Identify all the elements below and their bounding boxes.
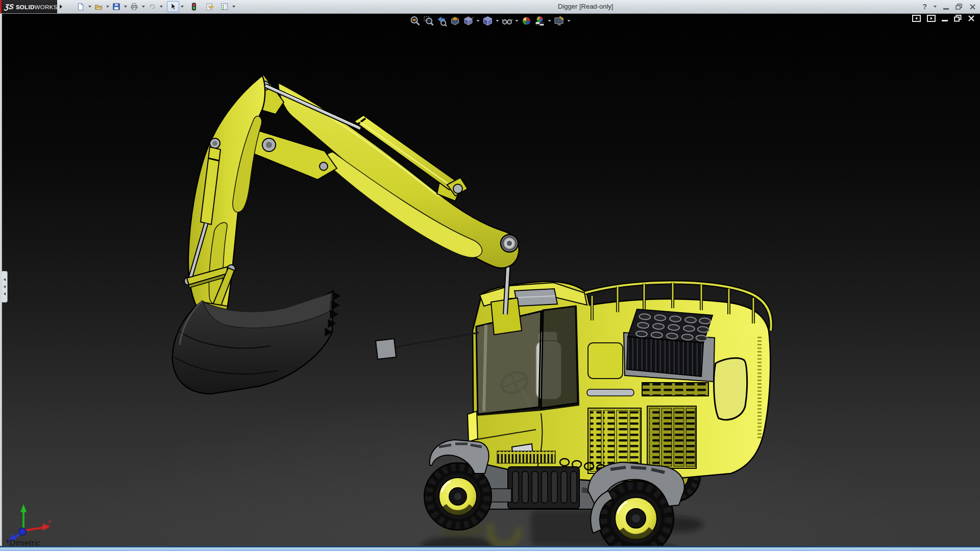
edit-appearance-icon	[521, 15, 532, 27]
triad-origin	[19, 528, 26, 535]
options-button[interactable]	[218, 1, 231, 12]
rebuild-button[interactable]	[188, 1, 200, 12]
boom-arm-assembly[interactable]	[184, 74, 519, 323]
new-document-icon	[77, 3, 85, 11]
side-grille-right[interactable]	[647, 406, 696, 468]
hide-show-items-button[interactable]	[501, 14, 513, 28]
standard-toolbar	[75, 0, 236, 13]
restore-document-icon[interactable]	[954, 15, 962, 22]
brand-text-light: WORKS	[35, 4, 58, 10]
open-button[interactable]	[92, 1, 105, 12]
undo-icon	[148, 3, 156, 11]
minimize-app-icon[interactable]	[943, 8, 949, 10]
open-dropdown[interactable]	[105, 2, 110, 12]
rear-window[interactable]	[714, 358, 747, 420]
graphics-area[interactable]: x *Dimetric	[0, 13, 980, 546]
print-button[interactable]	[128, 1, 140, 12]
zoom-to-fit-button[interactable]	[409, 14, 422, 28]
previous-view-button[interactable]	[435, 14, 448, 28]
display-style-button[interactable]	[481, 14, 494, 28]
menu-expand-arrow-icon[interactable]	[58, 2, 64, 12]
view-settings-button[interactable]	[553, 14, 566, 28]
save-button[interactable]	[110, 1, 122, 12]
view-orientation-icon	[462, 15, 474, 27]
collapse-arrow-icon	[4, 292, 6, 295]
view-settings-dropdown[interactable]	[566, 14, 572, 28]
new-document-dropdown[interactable]	[87, 2, 92, 12]
help-icon[interactable]: ?	[922, 3, 927, 11]
hide-show-items-icon	[501, 15, 512, 27]
cab-side-window[interactable]	[541, 306, 578, 408]
boom-pivot-pin[interactable]	[501, 235, 518, 252]
show-left-pane-icon[interactable]	[912, 15, 921, 22]
rebuild-traffic-light-icon	[190, 3, 198, 11]
close-document-icon[interactable]	[968, 15, 975, 22]
wing-mirror[interactable]	[376, 339, 396, 359]
display-style-dropdown[interactable]	[495, 14, 500, 28]
triad-x-label: x	[47, 518, 51, 524]
heads-up-view-toolbar	[409, 14, 572, 28]
help-dropdown-icon[interactable]	[934, 6, 937, 8]
select-button[interactable]	[167, 1, 179, 12]
rocker-hatch	[497, 451, 555, 463]
minimize-document-icon[interactable]	[942, 20, 948, 21]
select-cursor-icon	[169, 3, 177, 11]
save-dropdown[interactable]	[122, 2, 128, 12]
options-icon	[220, 3, 229, 11]
solidworks-logo-glyph: ƷS	[4, 3, 14, 11]
zoom-to-area-icon	[423, 15, 434, 27]
taskbar-edge	[0, 546, 980, 551]
section-view-button[interactable]	[449, 14, 461, 28]
walkway-handrail	[587, 389, 634, 396]
view-settings-icon	[553, 15, 565, 27]
document-window-controls	[912, 15, 975, 22]
edit-appearance-button[interactable]	[520, 14, 533, 28]
file-properties-button[interactable]	[203, 1, 215, 12]
show-right-pane-icon[interactable]	[927, 15, 936, 22]
view-orientation-button[interactable]	[462, 14, 475, 28]
excavator-model[interactable]	[0, 13, 980, 546]
brand-text-bold: SOLID	[16, 4, 35, 10]
app-window-controls: ?	[922, 0, 976, 13]
front-marker-light	[468, 411, 478, 442]
zoom-to-area-button[interactable]	[422, 14, 435, 28]
view-orientation-dropdown[interactable]	[475, 14, 481, 28]
document-title: Digger [Read-only]	[558, 0, 613, 13]
feature-manager-collapsed-tab[interactable]	[2, 271, 8, 303]
view-orientation-name: *Dimetric	[6, 539, 41, 546]
zoom-to-fit-icon	[409, 15, 421, 27]
app-titlebar: ƷS SOLIDWORKS	[0, 0, 980, 14]
options-dropdown[interactable]	[231, 2, 236, 12]
save-icon	[112, 3, 120, 11]
print-dropdown[interactable]	[140, 2, 146, 12]
hide-show-items-dropdown[interactable]	[514, 14, 520, 28]
mirror-arm	[384, 333, 479, 349]
undo-button[interactable]	[146, 1, 158, 12]
solidworks-logo: ƷS SOLIDWORKS	[0, 0, 57, 13]
collapse-arrow-icon	[4, 285, 6, 288]
select-dropdown[interactable]	[179, 2, 185, 12]
hood-panel[interactable]	[588, 343, 623, 379]
display-style-icon	[482, 15, 493, 27]
restore-app-icon[interactable]	[955, 4, 963, 10]
close-app-icon[interactable]	[969, 4, 976, 10]
section-view-icon	[449, 15, 460, 27]
file-properties-icon	[205, 3, 213, 11]
new-document-button[interactable]	[75, 1, 87, 12]
apply-scene-dropdown[interactable]	[547, 14, 552, 28]
apply-scene-button[interactable]	[533, 14, 546, 28]
bucket[interactable]	[173, 291, 340, 394]
collapse-arrow-icon	[4, 278, 6, 281]
undo-dropdown[interactable]	[158, 2, 164, 12]
open-icon	[94, 3, 103, 11]
print-icon	[130, 3, 138, 11]
apply-scene-icon	[534, 15, 545, 27]
previous-view-icon	[436, 15, 447, 27]
